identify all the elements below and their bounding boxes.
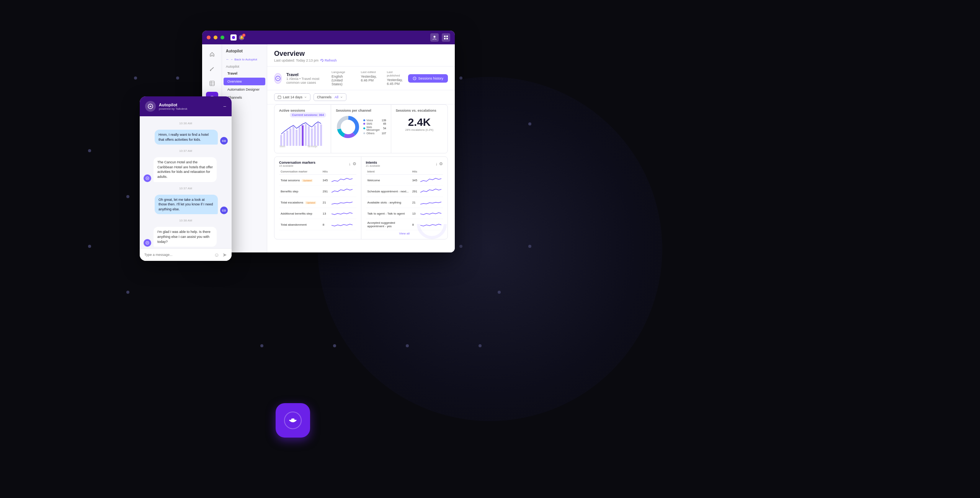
intent-sparkline bbox=[419, 197, 443, 208]
overview-header: Overview Last updated: Today 2:13 pm Ref… bbox=[267, 44, 455, 67]
window-body: Autopilot ← ← Back to Autopilot Autopilo… bbox=[202, 44, 455, 252]
conversation-markers-table: Conversation marker Hits Total sessions … bbox=[279, 169, 356, 230]
back-arrow-icon: ← bbox=[226, 57, 229, 61]
chat-messages: 10:36 AM Hmm, I really want to find a ho… bbox=[140, 116, 232, 248]
dot bbox=[126, 195, 129, 198]
sidebar-icon-table[interactable] bbox=[206, 77, 218, 90]
svg-rect-29 bbox=[317, 123, 319, 146]
titlebar-icon-grid[interactable] bbox=[442, 33, 450, 42]
chat-message-bot-1: The Cancun Hotel and the Caribbean Hotel… bbox=[144, 157, 228, 182]
send-icon[interactable]: ➤ bbox=[222, 252, 227, 258]
svg-rect-27 bbox=[311, 129, 313, 146]
app-window: 🔔 3 bbox=[202, 31, 455, 252]
marker-name: Benefits step bbox=[279, 186, 321, 197]
svg-rect-30 bbox=[320, 124, 322, 146]
svg-rect-24 bbox=[302, 125, 304, 146]
channels-filter[interactable]: Channels All bbox=[314, 93, 346, 101]
bot-meta: Language English (United States) Last ed… bbox=[332, 70, 403, 86]
chat-timestamp: 10:37 AM bbox=[144, 187, 228, 190]
marker-name: Total abandonment bbox=[279, 219, 321, 230]
svg-rect-21 bbox=[292, 126, 294, 146]
marker-hits: 291 bbox=[321, 186, 330, 197]
bot-last-edited: Last edited Yesterday, 6:46 PM bbox=[361, 70, 377, 86]
sidebar-icon-brush[interactable] bbox=[206, 63, 218, 75]
svg-rect-7 bbox=[210, 81, 214, 86]
chat-bubble: Hmm, I really want to find a hotel that … bbox=[155, 130, 218, 145]
titlebar-dot-green[interactable] bbox=[220, 36, 224, 39]
donut-legend: Voice 139 SMS 65 Web M bbox=[363, 119, 386, 135]
chat-bubble: Oh great, let me take a look at those th… bbox=[155, 195, 218, 215]
bot-info: Travel 1 Alexia • Travel most common use… bbox=[286, 72, 327, 85]
chat-message-user-2: Oh great, let me take a look at those th… bbox=[144, 195, 228, 215]
svg-rect-28 bbox=[314, 125, 316, 146]
download-icon[interactable]: ↓ bbox=[349, 161, 351, 166]
svg-point-1 bbox=[434, 36, 436, 38]
svg-point-44 bbox=[294, 418, 296, 420]
chat-input[interactable] bbox=[144, 253, 211, 257]
bot-chat-avatar bbox=[144, 174, 151, 182]
table-row: Welcome 345 bbox=[366, 175, 443, 186]
svg-text:Sessions: Sessions bbox=[279, 145, 285, 147]
svg-rect-26 bbox=[308, 126, 310, 146]
sessions-per-channel-title: Sessions per channel bbox=[336, 109, 386, 112]
date-filter[interactable]: Last 14 days bbox=[274, 93, 310, 101]
floating-bot-icon[interactable] bbox=[276, 403, 310, 438]
bot-desc: 1 Alexia • Travel most common use cases bbox=[286, 77, 327, 85]
table-row: Additional benefits step 13 bbox=[279, 208, 356, 219]
refresh-link[interactable]: Refresh bbox=[320, 59, 337, 62]
dot bbox=[126, 291, 129, 294]
notification-bell[interactable]: 🔔 3 bbox=[239, 35, 244, 40]
sidebar-icon-home[interactable] bbox=[206, 48, 218, 60]
titlebar-dot-yellow[interactable] bbox=[214, 36, 217, 39]
dot bbox=[88, 149, 91, 152]
chat-bubble: The Cancun Hotel and the Caribbean Hotel… bbox=[154, 157, 217, 182]
col-marker: Conversation marker bbox=[279, 169, 321, 175]
left-panel-title: Autopilot bbox=[222, 47, 267, 56]
titlebar-icon-user[interactable] bbox=[430, 33, 439, 42]
nav-automation-designer[interactable]: Automation Designer bbox=[224, 86, 265, 93]
svg-rect-14 bbox=[278, 96, 281, 99]
last-updated: Last updated: Today 2:13 pm Refresh bbox=[274, 59, 448, 62]
svg-rect-2 bbox=[444, 36, 446, 37]
titlebar-dot-red[interactable] bbox=[207, 36, 211, 39]
marker-hits: 8 bbox=[321, 219, 330, 230]
svg-rect-18 bbox=[283, 133, 285, 146]
intent-hits: 345 bbox=[411, 175, 419, 186]
intents-download-icon[interactable]: ↓ bbox=[436, 161, 438, 166]
legend-others: Others 107 bbox=[363, 132, 386, 135]
dot bbox=[134, 76, 137, 80]
marker-hits: 345 bbox=[321, 175, 330, 186]
stats-grid: Active sessions Current sessions: 364 bbox=[274, 104, 448, 153]
table-row: Schedule appointment - next... 291 bbox=[366, 186, 443, 197]
intents-settings-icon[interactable]: ⚙ bbox=[439, 161, 443, 166]
sessions-history-button[interactable]: Sessions history bbox=[408, 74, 448, 83]
dot bbox=[333, 344, 336, 347]
marker-sparkline bbox=[330, 186, 356, 197]
bot-avatar bbox=[274, 73, 282, 84]
chat-close-button[interactable]: − bbox=[223, 103, 226, 109]
chat-message-bot-2: I'm glad I was able to help. Is there an… bbox=[144, 227, 228, 247]
big-number-sub: 28% escalations (0.2%) bbox=[396, 129, 443, 131]
conversation-markers-title-group: Conversation markers 15 available bbox=[279, 161, 315, 167]
intent-name: Accepted suggested appointment - yes bbox=[366, 219, 411, 230]
chat-header-sub: powered by Talkdesk bbox=[159, 107, 220, 111]
sessions-vs-escalations-card: Sessions vs. escalations 2.4K 28% escala… bbox=[391, 105, 448, 153]
back-to-autopilot[interactable]: ← ← Back to Autopilot bbox=[222, 56, 267, 62]
marker-hits: 13 bbox=[321, 208, 330, 219]
intent-hits: 291 bbox=[411, 186, 419, 197]
marker-sparkline bbox=[330, 219, 356, 230]
settings-icon[interactable]: ⚙ bbox=[353, 161, 356, 166]
titlebar: 🔔 3 bbox=[202, 31, 455, 44]
emoji-icon[interactable]: ☺ bbox=[214, 252, 219, 258]
bot-last-published: Last published Yesterday, 6:45 PM bbox=[387, 70, 403, 86]
col-chart bbox=[330, 169, 356, 175]
nav-overview[interactable]: Overview bbox=[224, 78, 265, 85]
svg-rect-22 bbox=[296, 130, 297, 146]
table-row: Total abandonment 8 bbox=[279, 219, 356, 230]
chat-header-info: Autopilot powered by Talkdesk bbox=[159, 103, 220, 111]
chat-timestamp: 10:37 AM bbox=[144, 149, 228, 153]
marker-sparkline bbox=[330, 175, 356, 186]
bot-name: Travel bbox=[286, 72, 327, 77]
user-initial: CO bbox=[220, 207, 228, 214]
bot-chat-avatar bbox=[144, 239, 151, 247]
